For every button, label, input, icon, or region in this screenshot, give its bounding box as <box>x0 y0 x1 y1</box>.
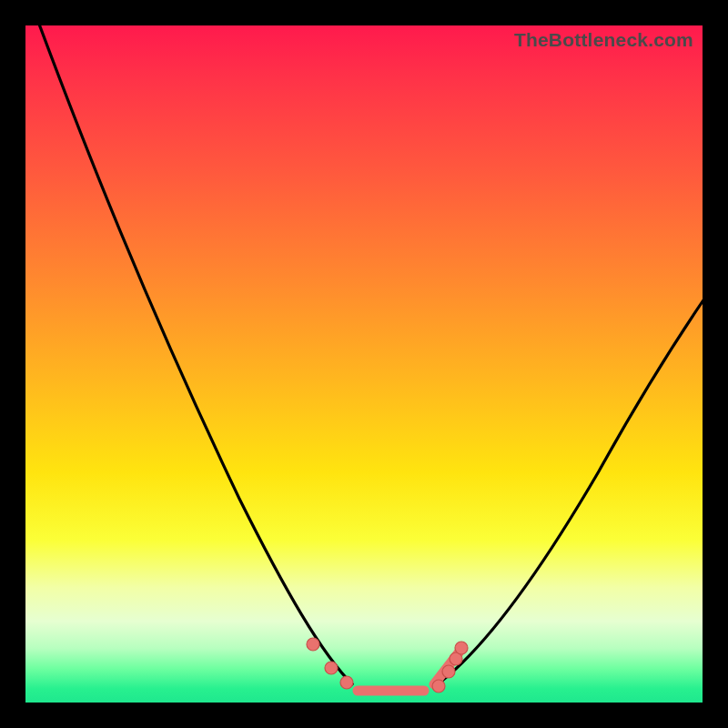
marker-dot <box>455 642 468 654</box>
marker-dot <box>340 676 353 689</box>
marker-dot <box>442 665 455 678</box>
curve-right <box>435 280 703 686</box>
chart-svg <box>25 25 703 703</box>
marker-dot <box>432 680 445 693</box>
chart-area: TheBottleneck.com <box>25 25 703 703</box>
curve-left <box>35 25 353 685</box>
marker-dot <box>325 662 338 674</box>
marker-dot <box>307 638 319 651</box>
